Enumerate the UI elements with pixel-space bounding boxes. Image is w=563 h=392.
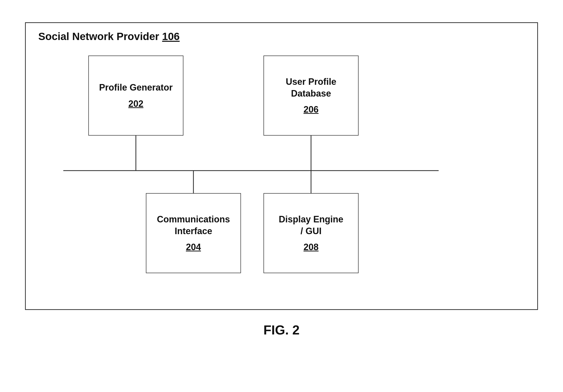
- user-profile-database-title: User Profile Database: [286, 76, 336, 100]
- profile-generator-title: Profile Generator: [99, 82, 173, 94]
- diagram-area: Profile Generator 202 User Profile Datab…: [38, 48, 525, 309]
- profile-generator-box: Profile Generator 202: [88, 56, 183, 136]
- page-container: Social Network Provider 106 Profile Gene…: [13, 15, 550, 377]
- profile-generator-ref: 202: [128, 99, 143, 109]
- display-engine-title: Display Engine / GUI: [279, 214, 343, 237]
- display-engine-box: Display Engine / GUI 208: [263, 193, 359, 273]
- outer-box-title: Social Network Provider: [38, 31, 159, 42]
- outer-box: Social Network Provider 106 Profile Gene…: [25, 22, 538, 310]
- outer-box-ref: 106: [162, 31, 180, 42]
- user-profile-database-box: User Profile Database 206: [263, 56, 359, 136]
- communications-interface-ref: 204: [186, 242, 201, 252]
- display-engine-ref: 208: [304, 242, 319, 252]
- user-profile-database-ref: 206: [304, 104, 319, 115]
- communications-interface-title: Communications Interface: [157, 214, 230, 237]
- communications-interface-box: Communications Interface 204: [146, 193, 241, 273]
- outer-box-label: Social Network Provider 106: [38, 31, 180, 43]
- figure-label: FIG. 2: [263, 322, 300, 337]
